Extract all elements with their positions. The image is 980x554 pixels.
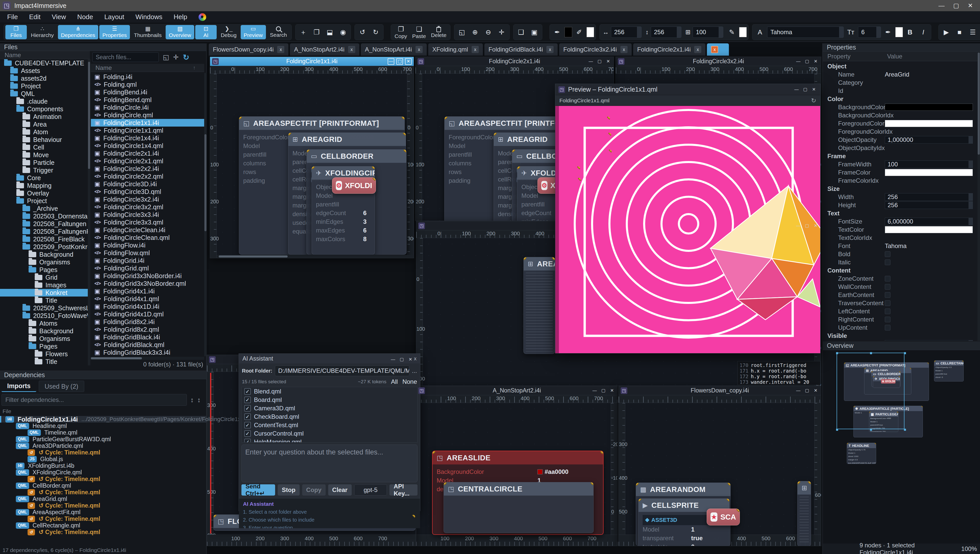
preview-maximize-icon[interactable]: ▢ <box>802 86 808 93</box>
toolbar-italic-button[interactable]: I <box>917 25 929 39</box>
dependencies-filter-input[interactable]: Filter dependencies... <box>2 394 187 406</box>
tree-column-header[interactable]: Name <box>0 51 90 59</box>
window-close-icon[interactable]: ✕ <box>605 58 611 65</box>
ai-file-checkboard.qml[interactable]: ✓CheckBoard.qml <box>242 412 417 421</box>
window-hscrollbar[interactable] <box>217 255 414 258</box>
tree-item-area[interactable]: Area <box>0 121 90 128</box>
expand-all-icon[interactable]: ◱ <box>163 53 169 61</box>
toolbar-toggle-thumbnails[interactable]: ▦Thumbnails <box>131 25 165 39</box>
foreground-color-swatch[interactable] <box>587 27 594 37</box>
window-close-icon[interactable]: ✕ <box>968 2 973 9</box>
property-value[interactable] <box>885 103 975 111</box>
preview-tab[interactable]: FoldingCircle1x1.qml <box>559 97 609 103</box>
toolbar-copy-button[interactable]: ❐Copy <box>393 25 409 39</box>
property-value[interactable]: Tahoma <box>885 242 975 250</box>
properties-col-value[interactable]: Value <box>887 53 902 60</box>
ai-model-input[interactable]: gpt-5 <box>354 484 387 495</box>
canvas-window-fc1[interactable]: ◳FoldingCircle1x1.i4i—▢✕0100200300400500… <box>210 57 414 258</box>
viewport-handle[interactable] <box>904 429 906 431</box>
toolbar-center-button[interactable]: ✛ <box>496 25 508 39</box>
file-list-column-header[interactable]: Name↑ <box>91 64 204 72</box>
property-value[interactable] <box>885 292 975 298</box>
node-header[interactable]: ◳AREASLIDE <box>433 451 603 465</box>
property-value[interactable] <box>885 317 975 322</box>
tab-FoldingCircle3x2.i4i[interactable]: FoldingCircle3x2.i4ix <box>559 43 632 56</box>
menu-help[interactable]: Help <box>173 13 187 21</box>
tree-item-trigger[interactable]: Trigger <box>0 166 90 174</box>
viewport-handle[interactable] <box>904 352 906 354</box>
toolbar-dup-button[interactable]: ❑ <box>515 25 527 39</box>
ai-file-helpmapping.qml[interactable]: ✓HelpMapping.qml <box>242 438 417 443</box>
dependency-row[interactable]: QMLTimeline.qml <box>0 429 206 436</box>
spin-input[interactable]: 6,000000 <box>885 218 973 225</box>
property-value[interactable]: 256 <box>885 201 975 209</box>
window-titlebar[interactable]: ◳FoldingCircle3x2.i4i—▢✕ <box>616 57 821 66</box>
window-maximize-icon[interactable]: ▢ <box>596 58 603 65</box>
preview-minimize-icon[interactable]: — <box>793 86 800 93</box>
file-item-foldingbend.i4i[interactable]: ▣FoldingBend.i4i <box>91 88 204 96</box>
window-titlebar[interactable]: ◳FoldingCircle1x1.i4i—▢✕ <box>210 57 414 66</box>
toolbar-save-button[interactable]: ⬓ <box>324 25 336 39</box>
color-swatch[interactable] <box>885 169 973 176</box>
checkbox[interactable] <box>885 284 891 290</box>
ai-assistant-panel[interactable]: AI Assistant x Root Folder: D:/IMMERSIVE… <box>239 353 420 511</box>
file-item-foldingcircle3x3.i4i[interactable]: ▣FoldingCircle3x3.i4i <box>91 211 204 218</box>
ai-send-button[interactable]: Send Ctrl+↵ <box>242 484 275 495</box>
tree-item-components[interactable]: Components <box>0 105 90 113</box>
tree-item-atoms[interactable]: Atoms <box>0 320 90 327</box>
dependency-row[interactable]: QMLCellRectangle.qml <box>0 522 206 529</box>
mini-node-headline[interactable]: THEADLINEObjectOpacity 0.75Model 1zlevel… <box>847 443 876 464</box>
dependencies-column-header[interactable]: File <box>3 408 11 414</box>
dependency-row[interactable]: ↺↺ Cycle: Timeline.qml <box>0 489 206 495</box>
tree-item-mapping[interactable]: Mapping <box>0 182 90 189</box>
property-value[interactable] <box>885 340 975 341</box>
toolbar-stop-button[interactable]: ■ <box>953 25 966 39</box>
file-item-foldingcircleclean.qml[interactable]: </>FoldingCircleClean.qml <box>91 234 204 241</box>
checkbox[interactable] <box>885 276 891 282</box>
code-snippet[interactable]: 170root.firstTriggered171h.x = root.rand… <box>737 361 821 385</box>
tree-scrollbar[interactable] <box>88 59 90 365</box>
file-item-foldingcircle1x4.qml[interactable]: </>FoldingCircle1x4.qml <box>91 142 204 150</box>
tree-item-background[interactable]: Background <box>0 251 90 258</box>
viewport-handle[interactable] <box>836 429 838 431</box>
ai-close-icon[interactable]: x <box>414 356 417 361</box>
property-value[interactable] <box>885 259 975 265</box>
toolbar-toggle-files[interactable]: ❒Files <box>5 25 27 39</box>
file-item-foldinggrid3x3noborder.qml[interactable]: </>FoldingGrid3x3NoBorder.qml <box>91 280 204 287</box>
toolbar-open-button[interactable]: ❐ <box>310 25 323 39</box>
file-item-foldinggrid4x1d.i4i[interactable]: ▣FoldingGrid4x1D.i4i <box>91 302 204 310</box>
sort-asc-icon[interactable]: ↕ <box>190 396 194 404</box>
tree-item-pages[interactable]: Pages <box>0 342 90 350</box>
toolbar-redo-button[interactable]: ↻ <box>369 25 382 39</box>
window-minimize-icon[interactable]: — <box>795 58 802 65</box>
ai-clear-button[interactable]: Clear <box>328 484 352 495</box>
toolbar-toggle-ai[interactable]: ⊡AI <box>195 25 217 39</box>
property-value[interactable]: 100 <box>885 161 975 168</box>
property-value[interactable] <box>885 120 975 127</box>
node-header[interactable]: ⊞W <box>797 481 811 495</box>
file-item-foldingcircle1x1.i4i[interactable]: ▣FoldingCircle1x1.i4i <box>91 119 204 127</box>
property-value[interactable] <box>885 325 975 331</box>
window-close-icon[interactable]: ✕ <box>405 58 412 65</box>
file-item-foldinggridblack.qml[interactable]: </>FoldingGridBlack.qml <box>91 341 204 349</box>
overview-minimap[interactable]: ◱AREAASPECTFIT [PRINTFORMAT]⊞AREAGRID▭CE… <box>823 350 980 544</box>
tree-item-202508_fireblack[interactable]: 202508_FireBlack <box>0 235 90 243</box>
toolbar-fill-brush-button[interactable]: ✒ <box>551 25 563 39</box>
toolbar-toggle-preview[interactable]: ▭Preview <box>241 25 266 39</box>
dependency-row[interactable]: ↺↺ Cycle: Timeline.qml <box>0 516 206 522</box>
toolbar-arrowV-input[interactable]: 256 <box>651 27 681 38</box>
tree-item-pages[interactable]: Pages <box>0 266 90 274</box>
tree-item-behaviour[interactable]: Behaviour <box>0 136 90 143</box>
spin-input[interactable]: 256 <box>885 193 973 201</box>
tab-FoldingGridBlack.i4i[interactable]: FoldingGridBlack.i4ix <box>484 43 558 56</box>
file-item-foldinggridblack.i4i[interactable]: ▣FoldingGridBlack.i4i <box>91 333 204 341</box>
toolbar-list-button[interactable]: ☰ <box>967 25 979 39</box>
tree-item-cell[interactable]: Cell <box>0 143 90 151</box>
checkbox[interactable] <box>885 325 891 331</box>
property-value[interactable] <box>885 276 975 282</box>
tree-item-core[interactable]: Core <box>0 174 90 182</box>
tree-item-202510_fotowavewedding[interactable]: 202510_FotoWaveWedding <box>0 312 90 320</box>
tree-item-particle[interactable]: Particle <box>0 159 90 166</box>
file-item-foldingcircle3x2.qml[interactable]: </>FoldingCircle3x2.qml <box>91 203 204 211</box>
menu-file[interactable]: File <box>7 13 18 21</box>
